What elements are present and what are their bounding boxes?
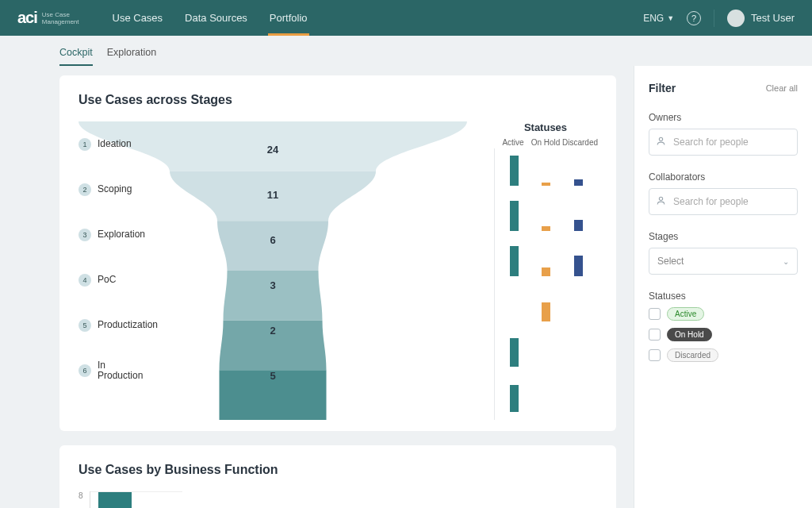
help-icon[interactable]: ?: [687, 11, 701, 25]
statuses-label: Statuses: [649, 291, 798, 302]
stage-badge: 6: [79, 364, 91, 377]
language-switcher[interactable]: ENG ▼: [643, 13, 674, 24]
stage-value: 24: [267, 144, 278, 156]
divider: [714, 10, 714, 27]
status-bar: [510, 201, 519, 231]
stage-label: Exploration: [98, 229, 145, 240]
user-menu[interactable]: Test User: [727, 10, 795, 27]
person-icon: [656, 136, 666, 148]
avatar: [727, 10, 745, 27]
status-bar: [574, 220, 583, 231]
user-name: Test User: [751, 12, 795, 24]
status-bar: [574, 179, 583, 186]
logo: aci Use Case Management: [17, 9, 79, 27]
status-bar: [574, 256, 583, 276]
nav-data-sources[interactable]: Data Sources: [174, 0, 259, 36]
status-bar: [510, 385, 519, 412]
stage-value: 5: [270, 370, 275, 382]
filter-panel: Filter Clear all Owners Collaborators S: [634, 66, 812, 508]
status-bar: [542, 183, 550, 186]
funnel-chart: 1 Ideation 242 Scoping 113 Exploration 6…: [79, 121, 467, 420]
tab-cockpit[interactable]: Cockpit: [59, 44, 93, 66]
collaborators-label: Collaborators: [649, 171, 798, 183]
main-content: Use Cases across Stages 1 Ideation 242 S…: [0, 66, 634, 508]
stage-badge: 4: [79, 274, 91, 287]
status-label-discarded: Discarded: [562, 138, 594, 147]
stage-row: 5 Productization 2: [79, 302, 467, 348]
status-bars: Statuses Active On Hold Discarded: [494, 121, 597, 420]
filter-title: Filter: [649, 82, 676, 94]
stage-label: InProduction: [98, 360, 143, 381]
owners-label: Owners: [649, 112, 798, 123]
stage-badge: 1: [79, 138, 91, 151]
status-bar: [542, 302, 550, 321]
status-row: [494, 239, 597, 284]
status-bar: [542, 226, 550, 231]
tab-exploration[interactable]: Exploration: [107, 44, 157, 66]
status-bar: [510, 156, 519, 186]
stage-row: 1 Ideation 24: [79, 121, 467, 167]
checkbox-hold[interactable]: [649, 329, 661, 341]
stage-badge: 2: [79, 183, 91, 196]
status-bar: [510, 246, 519, 276]
status-label-active: Active: [497, 138, 529, 147]
stage-badge: 3: [79, 229, 91, 241]
logo-mark: aci: [17, 9, 37, 27]
checkbox-discarded[interactable]: [649, 349, 661, 361]
status-label-hold: On Hold: [530, 138, 561, 147]
status-pill-discarded: Discarded: [667, 348, 718, 362]
bf-bar: [98, 491, 132, 508]
nav-portfolio[interactable]: Portfolio: [259, 0, 319, 36]
chevron-down-icon: ▼: [667, 14, 674, 22]
status-row: [494, 148, 597, 194]
stage-row: 4 PoC 3: [79, 257, 467, 302]
card-stages: Use Cases across Stages 1 Ideation 242 S…: [59, 75, 616, 431]
stage-label: Ideation: [98, 139, 132, 149]
status-bar: [542, 267, 550, 276]
svg-point-0: [659, 137, 662, 140]
checkbox-active[interactable]: [649, 308, 661, 320]
stage-value: 6: [270, 234, 275, 246]
stage-row: 2 Scoping 11: [79, 167, 467, 212]
stage-label: Scoping: [98, 184, 132, 194]
status-pill-hold: On Hold: [667, 328, 712, 341]
chevron-down-icon: ⌄: [783, 257, 789, 266]
card-stages-title: Use Cases across Stages: [79, 93, 597, 107]
status-row: [494, 284, 597, 329]
stage-row: 3 Exploration 6: [79, 212, 467, 257]
stage-badge: 5: [79, 319, 91, 332]
clear-all-button[interactable]: Clear all: [766, 83, 798, 93]
collaborators-search-input[interactable]: [649, 188, 798, 215]
status-row: [494, 329, 597, 375]
status-row: [494, 194, 597, 239]
stage-value: 11: [267, 189, 278, 201]
stages-select[interactable]: Select ⌄: [649, 248, 798, 275]
stage-value: 2: [270, 325, 275, 337]
status-bar: [510, 338, 519, 367]
card-bf-title: Use Cases by Business Function: [79, 463, 597, 477]
stage-row: 6 InProduction 5: [79, 348, 467, 393]
status-row: [494, 375, 597, 420]
stage-label: Productization: [98, 320, 158, 330]
stages-label: Stages: [649, 231, 798, 242]
sub-tabs: Cockpit Exploration: [0, 36, 812, 66]
stage-label: PoC: [98, 275, 116, 285]
status-pill-active: Active: [667, 307, 704, 321]
nav-use-cases[interactable]: Use Cases: [102, 0, 174, 36]
svg-point-1: [659, 197, 662, 200]
card-business-function: Use Cases by Business Function 8 6: [59, 445, 616, 508]
bf-chart: 8 6: [79, 491, 597, 508]
topbar: aci Use Case Management Use Cases Data S…: [0, 0, 812, 36]
person-icon: [656, 195, 666, 208]
stage-value: 3: [270, 279, 275, 291]
owners-search-input[interactable]: [649, 129, 798, 156]
